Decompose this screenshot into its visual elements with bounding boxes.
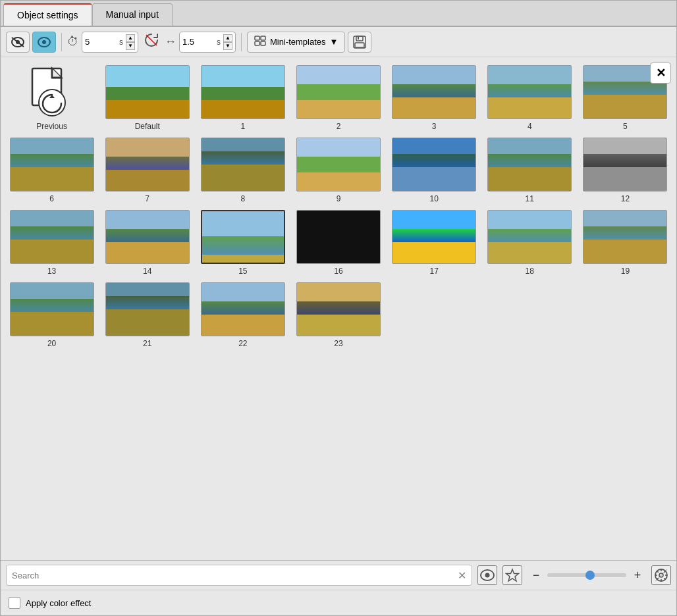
duration-input[interactable]: 1.5 [182,37,215,47]
thumbnail-14[interactable]: 14 [101,210,193,276]
thumbnail-19-label: 19 [621,267,630,276]
thumbnail-21[interactable]: 21 [101,282,193,348]
thumbnail-1-img [201,65,285,119]
mini-templates-label: Mini-templates [270,37,326,47]
thumbnail-1[interactable]: 1 [197,65,288,131]
thumbnail-previous-label: Previous [36,122,67,131]
thumbnail-21-img [105,282,190,336]
thumbnail-15-label: 15 [238,267,247,276]
thumbnail-11-img [487,138,572,192]
thumbnail-3[interactable]: 3 [389,65,480,131]
thumbnail-23[interactable]: 23 [292,282,384,348]
tab-object-settings[interactable]: Object settings [3,3,92,26]
thumbnail-16[interactable]: 16 [292,210,384,276]
zoom-out-btn[interactable]: − [528,567,545,584]
zoom-slider[interactable] [547,573,626,577]
duration-spinners: ▲ ▼ [223,34,232,50]
thumbnail-9[interactable]: 9 [292,138,384,203]
thumbnail-9-label: 9 [337,194,341,203]
hide-toggle-btn[interactable] [6,32,30,53]
timer-unit: s [119,38,123,47]
search-input[interactable] [12,571,458,580]
apply-color-label: Apply color effect [26,598,91,608]
svg-rect-12 [355,43,364,47]
zoom-in-btn[interactable]: + [629,567,646,584]
apply-color-checkbox[interactable] [9,597,20,609]
thumbnail-9-img [296,138,381,192]
thumbnail-11[interactable]: 11 [484,138,576,203]
thumbnail-default-img [105,65,190,119]
thumbnail-11-label: 11 [526,194,534,203]
thumbnail-17[interactable]: 17 [389,210,480,276]
thumbnail-16-label: 16 [334,267,342,276]
settings-search-btn[interactable] [651,565,671,585]
timer-input[interactable]: 5 [85,37,118,47]
svg-line-24 [657,571,659,573]
thumbnail-13[interactable]: 13 [6,210,97,276]
show-toggle-btn[interactable] [32,32,56,53]
duration-down-btn[interactable]: ▼ [223,42,232,50]
thumbnail-14-img [105,210,190,264]
thumbnail-18-img [487,210,572,264]
thumbnail-13-img [10,210,94,264]
tab-manual-input[interactable]: Manual input [92,3,173,26]
duration-unit: s [217,38,221,47]
eye-search-btn[interactable] [477,565,497,585]
duration-up-btn[interactable]: ▲ [223,34,232,42]
timer-down-btn[interactable]: ▼ [126,42,135,50]
thumbnail-2[interactable]: 2 [292,65,384,131]
svg-rect-6 [255,36,259,40]
thumbnail-12[interactable]: 12 [580,138,671,203]
tabs-bar: Object settings Manual input [1,1,676,27]
svg-point-4 [42,40,46,44]
thumbnail-13-label: 13 [47,267,56,276]
thumbnail-6[interactable]: 6 [6,138,97,203]
thumbnail-3-img [392,65,476,119]
thumbnail-4[interactable]: 4 [484,65,576,131]
toolbar: ⏱ 5 s ▲ ▼ ↔ 1.5 s ▲ ▼ [1,27,676,57]
thumbnail-10[interactable]: 10 [389,138,480,203]
close-btn[interactable]: ✕ [650,63,671,84]
thumbnail-20[interactable]: 20 [6,282,97,348]
svg-rect-11 [356,36,363,41]
svg-rect-7 [261,36,265,40]
favorites-btn[interactable] [502,565,522,585]
timer-spinners: ▲ ▼ [126,34,135,50]
thumbnail-1-label: 1 [241,122,246,131]
thumbnail-previous[interactable]: Previous [6,65,97,131]
zoom-controls: − + [528,567,646,584]
main-window: Object settings Manual input ⏱ 5 s ▲ [0,0,677,616]
thumbnail-7[interactable]: 7 [101,138,193,203]
svg-line-25 [664,578,665,579]
thumbnail-20-label: 20 [47,339,56,348]
thumbnail-18-label: 18 [526,267,534,276]
svg-marker-18 [506,569,519,581]
duration-input-group: 1.5 s ▲ ▼ [179,32,236,53]
thumbnail-2-label: 2 [337,122,341,131]
save-btn[interactable] [348,32,371,53]
thumbnail-6-label: 6 [49,194,54,203]
thumbnails-grid: Previous Default 1 2 3 [6,65,671,348]
mini-templates-arrow-icon: ▼ [330,37,338,47]
thumbnail-15[interactable]: 15 [197,210,288,276]
thumbnail-10-label: 10 [429,194,438,203]
thumbnail-23-img [296,282,381,336]
thumbnail-17-label: 17 [429,267,438,276]
apply-color-checkbox-wrap[interactable]: Apply color effect [9,597,91,609]
thumbnail-18[interactable]: 18 [484,210,576,276]
timer-up-btn[interactable]: ▲ [126,34,135,42]
thumbnails-scroll[interactable]: Previous Default 1 2 3 [1,57,676,560]
mini-templates-btn[interactable]: Mini-templates ▼ [247,32,345,53]
thumbnail-12-label: 12 [621,194,630,203]
sep2 [241,33,242,51]
search-clear-btn[interactable]: ✕ [458,569,466,582]
svg-line-5 [146,35,157,45]
thumbnail-16-img [296,210,381,264]
thumbnail-19[interactable]: 19 [580,210,671,276]
thumbnail-19-img [583,210,667,264]
thumbnail-22[interactable]: 22 [197,282,288,348]
thumbnail-default[interactable]: Default [101,65,193,131]
svg-point-17 [485,573,490,578]
thumbnail-8[interactable]: 8 [197,138,288,203]
thumbnail-21-label: 21 [143,339,151,348]
